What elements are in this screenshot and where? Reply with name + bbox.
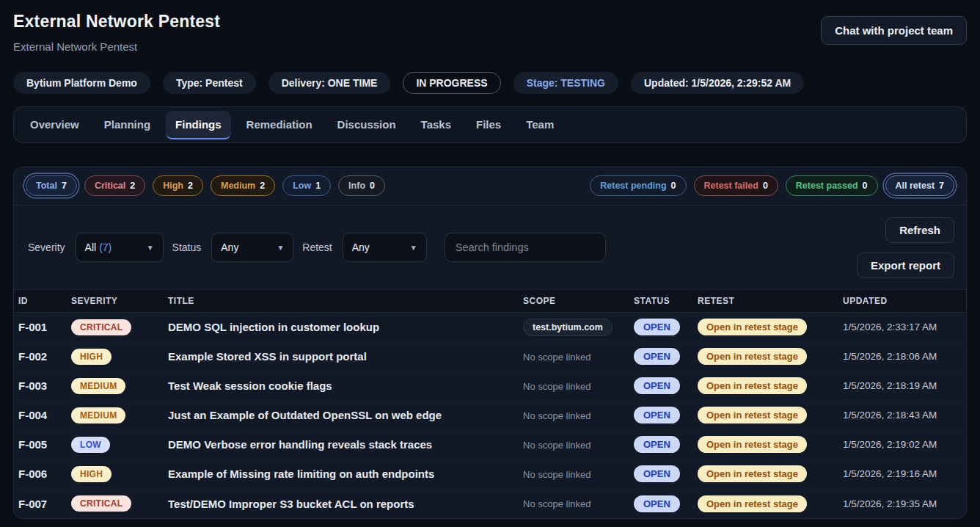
chip-info[interactable]: Info 0 [338, 175, 385, 196]
tab-findings[interactable]: Findings [166, 111, 231, 139]
status-cell: OPEN [634, 319, 698, 335]
severity-cell: CRITICAL [71, 495, 168, 512]
retest-chip-group: Retest pending 0 Retest failed 0 Retest … [590, 175, 954, 196]
scope-value: No scope linked [523, 469, 591, 480]
finding-title[interactable]: DEMO Verbose error handling reveals stac… [168, 438, 523, 451]
finding-row[interactable]: F-002 HIGH Example Stored XSS in support… [14, 342, 966, 371]
scope-cell: test.bytium.com [523, 319, 634, 336]
finding-updated: 1/5/2026, 2:19:35 AM [843, 498, 962, 509]
chip-count: 2 [260, 181, 265, 191]
chip-count: 1 [315, 181, 321, 191]
refresh-button[interactable]: Refresh [885, 217, 954, 243]
finding-row[interactable]: F-006 HIGH Example of Missing rate limit… [14, 459, 966, 489]
chip-label: Low [293, 181, 311, 191]
col-severity: SEVERITY [71, 296, 168, 306]
scope-cell: No scope linked [523, 438, 634, 451]
findings-filters: Severity All(7) ▼ Status Any ▼ Retest An… [14, 206, 966, 289]
severity-filter-value: All(7) [85, 241, 112, 253]
meta-badge-in-progress: IN PROGRESS [403, 72, 500, 94]
retest-badge[interactable]: Open in retest stage [698, 495, 807, 512]
finding-title[interactable]: DEMO SQL injection in customer lookup [168, 321, 523, 333]
finding-title[interactable]: Just an Example of Outdated OpenSSL on w… [168, 409, 523, 421]
page-header: External Network Pentest External Networ… [13, 12, 967, 53]
chip-count: 0 [763, 181, 768, 191]
retest-filter-select[interactable]: Any ▼ [343, 233, 427, 262]
severity-filter-select[interactable]: All(7) ▼ [76, 233, 164, 262]
project-page: External Network Pentest External Networ… [0, 0, 980, 519]
finding-title[interactable]: Example of Missing rate limiting on auth… [168, 468, 523, 480]
tab-files[interactable]: Files [467, 111, 511, 139]
chip-retest-passed[interactable]: Retest passed 0 [786, 175, 878, 196]
chip-label: Retest failed [704, 181, 758, 191]
scope-value: No scope linked [523, 498, 591, 509]
chip-retest-failed[interactable]: Retest failed 0 [694, 175, 778, 196]
finding-title[interactable]: Test Weak session cookie flags [168, 379, 523, 392]
chip-label: Critical [95, 181, 125, 191]
retest-badge[interactable]: Open in retest stage [698, 377, 807, 394]
status-filter-select[interactable]: Any ▼ [211, 233, 293, 262]
finding-updated: 1/5/2026, 2:19:02 AM [843, 439, 962, 450]
status-badge: OPEN [634, 436, 680, 453]
export-report-button[interactable]: Export report [857, 252, 954, 278]
finding-id: F-007 [18, 498, 71, 510]
status-badge: OPEN [634, 407, 680, 424]
finding-title[interactable]: Test/DEMO Improper S3 bucket ACL on repo… [168, 498, 523, 510]
col-title: TITLE [168, 296, 523, 306]
retest-badge[interactable]: Open in retest stage [698, 348, 807, 365]
scope-value: No scope linked [523, 440, 591, 451]
chip-count: 0 [863, 181, 868, 191]
chip-low[interactable]: Low 1 [282, 175, 331, 196]
col-status: STATUS [634, 296, 698, 306]
tab-remediation[interactable]: Remediation [237, 111, 322, 139]
status-cell: OPEN [634, 348, 698, 365]
chip-total[interactable]: Total 7 [26, 175, 77, 196]
severity-badge: CRITICAL [71, 495, 131, 512]
chip-retest-pending[interactable]: Retest pending 0 [590, 175, 686, 196]
tab-team[interactable]: Team [516, 111, 563, 139]
status-badge: OPEN [634, 319, 680, 335]
severity-cell: LOW [71, 437, 168, 453]
finding-id: F-002 [18, 350, 71, 363]
tab-discussion[interactable]: Discussion [328, 111, 406, 139]
retest-cell: Open in retest stage [698, 407, 843, 424]
retest-badge[interactable]: Open in retest stage [698, 465, 807, 482]
severity-cell: HIGH [71, 466, 168, 482]
chip-critical[interactable]: Critical 2 [84, 175, 145, 196]
col-id: ID [18, 296, 71, 306]
chip-label: Retest pending [600, 181, 666, 191]
retest-cell: Open in retest stage [698, 319, 843, 335]
chip-all-retest[interactable]: All retest 7 [885, 175, 954, 196]
filter-controls: Severity All(7) ▼ Status Any ▼ Retest An… [28, 233, 606, 262]
status-badge: OPEN [634, 495, 680, 512]
tab-planning[interactable]: Planning [95, 111, 160, 139]
chat-with-project-team-button[interactable]: Chat with project team [821, 16, 967, 45]
finding-title[interactable]: Example Stored XSS in support portal [168, 350, 523, 363]
finding-row[interactable]: F-005 LOW DEMO Verbose error handling re… [14, 430, 966, 459]
finding-row[interactable]: F-004 MEDIUM Just an Example of Outdated… [14, 401, 966, 430]
retest-badge[interactable]: Open in retest stage [698, 436, 807, 453]
chip-count: 7 [62, 181, 67, 191]
severity-badge: MEDIUM [71, 407, 125, 424]
search-findings-input[interactable] [445, 233, 606, 262]
scope-cell: No scope linked [523, 409, 634, 422]
severity-badge: HIGH [71, 349, 111, 365]
chip-label: Retest passed [796, 181, 858, 191]
chip-count: 2 [188, 181, 193, 191]
finding-row[interactable]: F-001 CRITICAL DEMO SQL injection in cus… [14, 313, 966, 342]
finding-row[interactable]: F-007 CRITICAL Test/DEMO Improper S3 buc… [14, 489, 966, 518]
status-cell: OPEN [634, 407, 698, 424]
finding-row[interactable]: F-003 MEDIUM Test Weak session cookie fl… [14, 371, 966, 401]
tab-tasks[interactable]: Tasks [412, 111, 461, 139]
page-subtitle: External Network Pentest [13, 40, 220, 53]
tab-overview[interactable]: Overview [21, 111, 89, 139]
severity-badge: LOW [71, 437, 110, 453]
retest-badge[interactable]: Open in retest stage [698, 319, 807, 335]
retest-cell: Open in retest stage [698, 465, 843, 482]
retest-badge[interactable]: Open in retest stage [698, 407, 807, 424]
retest-cell: Open in retest stage [698, 495, 843, 512]
chip-medium[interactable]: Medium 2 [211, 175, 275, 196]
retest-filter-value: Any [352, 241, 370, 253]
findings-table-header: ID SEVERITY TITLE SCOPE STATUS RETEST UP… [14, 289, 966, 313]
chip-high[interactable]: High 2 [153, 175, 203, 196]
col-updated: UPDATED [843, 296, 962, 306]
